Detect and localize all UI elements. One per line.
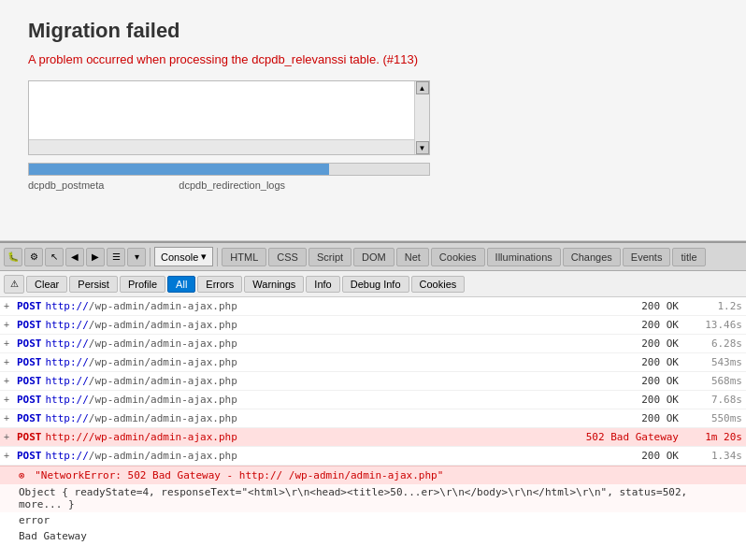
browser-page: Migration failed A problem occurred when… bbox=[0, 0, 746, 241]
log-method: POST bbox=[17, 356, 42, 368]
filter-warnings[interactable]: Warnings bbox=[244, 276, 304, 293]
table-label-2: dcpdb_redirection_logs bbox=[179, 179, 285, 191]
log-time: 1.34s bbox=[686, 450, 742, 462]
log-row[interactable]: + POST http:// /wp-admin/admin-ajax.php … bbox=[0, 372, 746, 391]
log-status: 200 OK bbox=[604, 356, 679, 368]
log-row[interactable]: + POST http:// /wp-admin/admin-ajax.php … bbox=[0, 447, 746, 466]
devtools-panel: 🐛 ⚙ ↖ ◀ ▶ ☰ ▾ Console ▾ HTML CSS Script … bbox=[0, 241, 746, 560]
expand-icon[interactable]: + bbox=[4, 413, 15, 424]
tab-css[interactable]: CSS bbox=[268, 248, 307, 266]
filter-profile[interactable]: Profile bbox=[120, 276, 165, 293]
error-message: ⊗ "NetworkError: 502 Bad Gateway - http:… bbox=[0, 466, 746, 484]
log-url: http:// bbox=[46, 356, 89, 368]
back-icon[interactable]: ◀ bbox=[65, 248, 84, 266]
log-status: 200 OK bbox=[604, 319, 679, 331]
pointer-icon[interactable]: ↖ bbox=[45, 248, 64, 266]
bug-icon[interactable]: 🐛 bbox=[4, 248, 22, 266]
log-status: 200 OK bbox=[604, 337, 679, 350]
log-method: POST bbox=[17, 450, 42, 462]
log-time: 6.28s bbox=[686, 337, 742, 350]
expand-icon[interactable]: + bbox=[4, 432, 15, 442]
tab-changes[interactable]: Changes bbox=[563, 248, 621, 266]
log-method: POST bbox=[17, 412, 42, 424]
tab-net[interactable]: Net bbox=[396, 248, 429, 266]
expand-icon[interactable]: + bbox=[4, 395, 15, 405]
log-row[interactable]: + POST http:// /wp-admin/admin-ajax.php … bbox=[0, 391, 746, 409]
console-dropdown[interactable]: Console ▾ bbox=[154, 247, 213, 266]
log-row[interactable]: + POST http:// /wp-admin/admin-ajax.php … bbox=[0, 409, 746, 428]
log-time: 550ms bbox=[686, 412, 742, 424]
error-message-text: "NetworkError: 502 Bad Gateway - http://… bbox=[35, 469, 443, 481]
log-path-error: /wp-admin/admin-ajax.php bbox=[89, 431, 586, 443]
warning-icon[interactable]: ⚠ bbox=[4, 275, 24, 294]
filter-all[interactable]: All bbox=[167, 276, 195, 293]
log-row[interactable]: + POST http:// /wp-admin/admin-ajax.php … bbox=[0, 353, 746, 372]
tab-cookies[interactable]: Cookies bbox=[431, 248, 485, 266]
filter-cookies[interactable]: Cookies bbox=[411, 276, 466, 293]
log-path: /wp-admin/admin-ajax.php bbox=[89, 412, 604, 424]
log-method: POST bbox=[17, 319, 42, 331]
filter-debug-info[interactable]: Debug Info bbox=[342, 276, 409, 293]
log-time: 568ms bbox=[686, 375, 742, 387]
expand-icon[interactable]: + bbox=[4, 301, 15, 311]
log-row-error[interactable]: + POST http:// /wp-admin/admin-ajax.php … bbox=[0, 428, 746, 447]
tab-dom[interactable]: DOM bbox=[353, 248, 395, 266]
scroll-down-arrow[interactable]: ▼ bbox=[416, 141, 429, 154]
log-url: http:// bbox=[46, 394, 89, 406]
migration-error: A problem occurred when processing the d… bbox=[28, 52, 718, 66]
tab-script[interactable]: Script bbox=[308, 248, 351, 266]
tab-title[interactable]: title bbox=[672, 248, 705, 266]
tab-html[interactable]: HTML bbox=[222, 248, 266, 266]
console-log[interactable]: + POST http:// /wp-admin/admin-ajax.php … bbox=[0, 297, 746, 560]
log-path: /wp-admin/admin-ajax.php bbox=[89, 300, 604, 312]
filter-errors[interactable]: Errors bbox=[197, 276, 242, 293]
log-path: /wp-admin/admin-ajax.php bbox=[89, 356, 604, 368]
log-url: http:// bbox=[46, 300, 89, 312]
expand-icon[interactable]: + bbox=[4, 338, 15, 349]
log-path: /wp-admin/admin-ajax.php bbox=[89, 337, 604, 350]
log-method: POST bbox=[17, 300, 42, 312]
tab-events[interactable]: Events bbox=[623, 248, 671, 266]
tab-illuminations[interactable]: Illuminations bbox=[487, 248, 561, 266]
expand-icon[interactable]: + bbox=[4, 320, 15, 330]
log-status: 200 OK bbox=[604, 394, 679, 406]
log-method: POST bbox=[17, 375, 42, 387]
console-filterbar: ⚠ Clear Persist Profile All Errors Warni… bbox=[0, 271, 746, 297]
filter-info[interactable]: Info bbox=[306, 276, 339, 293]
error-circle-icon: ⊗ bbox=[19, 469, 25, 481]
log-url-error: http:// bbox=[46, 431, 89, 443]
scroll-box: ▲ ▼ bbox=[28, 80, 430, 155]
log-path: /wp-admin/admin-ajax.php bbox=[89, 319, 604, 331]
expand-icon[interactable]: + bbox=[4, 376, 15, 386]
migration-title: Migration failed bbox=[28, 19, 718, 43]
log-time: 13.46s bbox=[686, 319, 742, 331]
table-label-1: dcpdb_postmeta bbox=[28, 179, 104, 191]
log-path: /wp-admin/admin-ajax.php bbox=[89, 394, 604, 406]
log-url: http:// bbox=[46, 375, 89, 387]
expand-icon[interactable]: + bbox=[4, 357, 15, 367]
log-path: /wp-admin/admin-ajax.php bbox=[89, 450, 604, 462]
log-time-error: 1m 20s bbox=[686, 431, 742, 443]
log-time: 543ms bbox=[686, 356, 742, 368]
progress-fill bbox=[29, 164, 329, 175]
log-status-error: 502 Bad Gateway bbox=[586, 431, 679, 443]
error-text2: Bad Gateway bbox=[0, 528, 746, 544]
forward-icon[interactable]: ▶ bbox=[86, 248, 105, 266]
scroll-up-arrow[interactable]: ▲ bbox=[416, 81, 429, 94]
inspect-icon[interactable]: ⚙ bbox=[24, 248, 43, 266]
log-row[interactable]: + POST http:// /wp-admin/admin-ajax.php … bbox=[0, 335, 746, 353]
filter-clear[interactable]: Clear bbox=[26, 276, 67, 293]
devtools-toolbar: 🐛 ⚙ ↖ ◀ ▶ ☰ ▾ Console ▾ HTML CSS Script … bbox=[0, 243, 746, 271]
filter-persist[interactable]: Persist bbox=[69, 276, 118, 293]
dropdown-arrow: ▾ bbox=[201, 251, 207, 263]
console-label: Console bbox=[161, 251, 198, 263]
expand-icon[interactable]: + bbox=[4, 451, 15, 461]
menu-icon[interactable]: ☰ bbox=[107, 248, 125, 266]
log-method-error: POST bbox=[17, 431, 42, 443]
log-row[interactable]: + POST http:// /wp-admin/admin-ajax.php … bbox=[0, 297, 746, 316]
log-method: POST bbox=[17, 337, 42, 350]
log-status: 200 OK bbox=[604, 450, 679, 462]
dropdown-icon[interactable]: ▾ bbox=[127, 248, 146, 266]
log-row[interactable]: + POST http:// /wp-admin/admin-ajax.php … bbox=[0, 316, 746, 335]
log-url: http:// bbox=[46, 319, 89, 331]
